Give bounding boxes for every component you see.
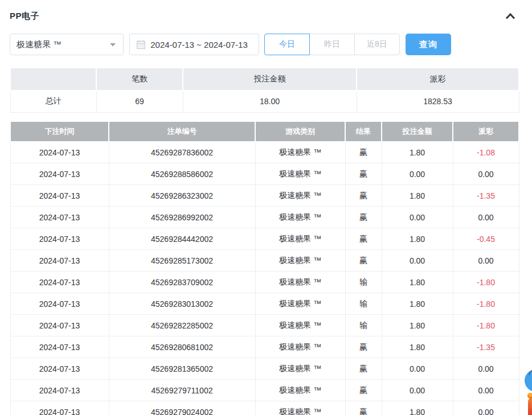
bets-header-cell-2: 游戏类别 [255,121,345,142]
bets-row-11-cell-2: 极速糖果 ™ [255,380,345,401]
bets-row-10: 2024-07-1345269281365002极速糖果 ™赢0.000.00 [10,358,519,380]
bets-row-0-cell-1: 45269287836002 [109,142,255,163]
date-range-input[interactable]: 2024-07-13 ~ 2024-07-13 [129,34,259,55]
bets-row-0-cell-0: 2024-07-13 [10,142,109,163]
panel-header: PP电子 [10,0,519,21]
bets-row-9-cell-5: -1.35 [453,336,519,358]
shortcut-button-1[interactable]: 昨日 [309,34,355,55]
bets-row-12-cell-1: 45269279024002 [109,401,255,415]
bets-row-9: 2024-07-1345269280681002极速糖果 ™赢1.80-1.35 [10,336,519,358]
bets-row-11-cell-3: 赢 [345,380,382,401]
bets-row-7-cell-1: 45269283013002 [109,293,255,315]
bets-row-11: 2024-07-1345269279711002极速糖果 ™赢0.000.00 [10,380,519,401]
bets-row-5-cell-5: 0.00 [453,250,519,272]
bets-row-7-cell-0: 2024-07-13 [10,293,109,315]
bets-row-6-cell-0: 2024-07-13 [10,272,109,293]
bets-row-11-cell-1: 45269279711002 [109,380,255,401]
bets-header-cell-5: 派彩 [453,121,519,142]
game-select-value: 极速糖果 ™ [17,39,109,50]
bets-row-8-cell-5: -1.80 [453,315,519,336]
bets-row-3-cell-0: 2024-07-13 [10,207,109,228]
collapse-button[interactable] [504,11,517,20]
bets-row-8-cell-2: 极速糖果 ™ [255,315,345,336]
bets-row-4-cell-4: 1.80 [382,228,453,250]
bets-row-5: 2024-07-1345269285173002极速糖果 ™赢0.000.00 [10,250,519,272]
bets-row-3-cell-4: 0.00 [382,207,453,228]
shortcut-button-0[interactable]: 今日 [264,34,310,55]
bets-row-10-cell-2: 极速糖果 ™ [255,358,345,380]
bets-row-4-cell-0: 2024-07-13 [10,228,109,250]
headset-icon [526,369,532,383]
bets-row-12-cell-0: 2024-07-13 [10,401,109,415]
bets-row-0-cell-3: 赢 [345,142,382,163]
bets-row-2-cell-0: 2024-07-13 [10,185,109,207]
bets-row-9-cell-4: 1.80 [382,336,453,358]
summary-row-0-cell-0: 总计 [10,91,96,112]
bets-row-7-cell-5: -1.80 [453,293,519,315]
bets-row-6-cell-2: 极速糖果 ™ [255,272,345,293]
bets-row-12-cell-4: 1.80 [382,401,453,415]
date-range-value: 2024-07-13 ~ 2024-07-13 [145,40,253,50]
bets-row-1-cell-1: 45269288586002 [109,163,255,185]
bets-row-8: 2024-07-1345269282285002极速糖果 ™输1.80-1.80 [10,315,519,336]
bets-row-9-cell-3: 赢 [345,336,382,358]
bets-row-3: 2024-07-1345269286992002极速糖果 ™赢0.000.00 [10,207,519,228]
bets-row-4-cell-2: 极速糖果 ™ [255,228,345,250]
bets-header-cell-4: 投注金额 [382,121,453,142]
bets-row-2-cell-3: 赢 [345,185,382,207]
bets-row-4-cell-5: -0.45 [453,228,519,250]
summary-body: 总计6918.001828.53 [10,91,519,112]
bets-row-8-cell-0: 2024-07-13 [10,315,109,336]
customer-service-button[interactable] [525,369,532,392]
summary-row-0-cell-2: 18.00 [183,91,357,112]
bets-row-6-cell-1: 45269283709002 [109,272,255,293]
bets-row-12-cell-5: 0.00 [453,401,519,415]
query-button[interactable]: 查询 [406,34,451,55]
chevron-down-icon [109,43,116,47]
bets-row-2-cell-2: 极速糖果 ™ [255,185,345,207]
shortcut-button-2[interactable]: 近8日 [354,34,400,55]
bets-row-6-cell-3: 输 [345,272,382,293]
bets-row-7-cell-2: 极速糖果 ™ [255,293,345,315]
summary-row-0-cell-3: 1828.53 [357,91,519,112]
bets-row-5-cell-0: 2024-07-13 [10,250,109,272]
bets-row-11-cell-5: 0.00 [453,380,519,401]
bets-row-1-cell-3: 赢 [345,163,382,185]
bets-row-8-cell-1: 45269282285002 [109,315,255,336]
bets-row-5-cell-4: 0.00 [382,250,453,272]
bets-row-12-cell-2: 极速糖果 ™ [255,401,345,415]
summary-header-cell-2: 投注金额 [183,68,357,91]
chevron-up-icon [505,13,515,19]
bets-row-5-cell-3: 赢 [345,250,382,272]
summary-row-0: 总计6918.001828.53 [10,91,519,112]
bets-row-1-cell-0: 2024-07-13 [10,163,109,185]
bets-row-3-cell-5: 0.00 [453,207,519,228]
bets-row-0-cell-4: 1.80 [382,142,453,163]
promo-widget[interactable] [528,397,532,415]
bets-row-2: 2024-07-1345269286323002极速糖果 ™赢1.80-1.35 [10,185,519,207]
bets-row-4-cell-3: 赢 [345,228,382,250]
bets-row-0-cell-2: 极速糖果 ™ [255,142,345,163]
bets-row-10-cell-4: 0.00 [382,358,453,380]
bets-row-2-cell-1: 45269286323002 [109,185,255,207]
calendar-icon [137,40,145,49]
promo-knob-icon [527,393,532,398]
bets-row-6-cell-5: -1.80 [453,272,519,293]
bets-row-12: 2024-07-1345269279024002极速糖果 ™赢1.800.00 [10,401,519,415]
summary-table: 笔数投注金额派彩 总计6918.001828.53 [10,67,519,113]
bets-row-1-cell-4: 0.00 [382,163,453,185]
game-select[interactable]: 极速糖果 ™ [10,34,124,55]
bets-row-4-cell-1: 45269284442002 [109,228,255,250]
panel-title: PP电子 [10,11,39,22]
bets-row-0-cell-5: -1.08 [453,142,519,163]
bets-row-11-cell-4: 0.00 [382,380,453,401]
bets-header-cell-1: 注单编号 [109,121,255,142]
bets-row-7-cell-3: 输 [345,293,382,315]
bets-row-6-cell-4: 1.80 [382,272,453,293]
bets-row-4: 2024-07-1345269284442002极速糖果 ™赢1.80-0.45 [10,228,519,250]
summary-row-0-cell-1: 69 [96,91,183,112]
bets-row-9-cell-1: 45269280681002 [109,336,255,358]
bets-row-7-cell-4: 1.80 [382,293,453,315]
bets-row-10-cell-1: 45269281365002 [109,358,255,380]
bets-row-1-cell-5: 0.00 [453,163,519,185]
